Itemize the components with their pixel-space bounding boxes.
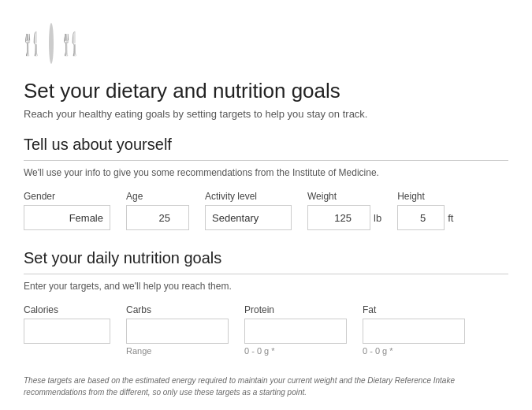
section2-heading: Set your daily nutrition goals [24,249,508,274]
age-group: Age [126,191,189,230]
gender-input[interactable] [24,205,110,230]
fat-input[interactable] [363,319,465,344]
page-subtitle: Reach your healthy eating goals by setti… [24,108,508,120]
plate-icon [49,23,54,64]
weight-group: Weight lb [307,191,381,230]
activity-select[interactable]: Sedentary Lightly Active Moderately Acti… [205,205,292,230]
calories-group: Calories [24,304,110,344]
fat-range-hint: 0 - 0 g * [363,346,465,356]
height-label: Height [397,191,445,202]
height-group: Height ft [397,191,453,230]
personal-info-form: Gender Age Activity level Sedentary Ligh… [24,191,508,230]
section1-heading: Tell us about yourself [24,136,508,161]
protein-group: Protein 0 - 0 g * [244,304,347,356]
weight-label: Weight [307,191,370,202]
protein-input[interactable] [244,319,347,344]
gender-group: Gender [24,191,110,230]
app-icon: 🍴 🍴 [24,16,508,71]
weight-unit: lb [374,212,381,230]
weight-inner: Weight [307,191,370,230]
calories-input[interactable] [24,319,110,344]
height-unit: ft [448,212,453,230]
knife-icon: 🍴 [57,31,84,57]
height-inner: Height [397,191,445,230]
carbs-label: Carbs [126,304,229,315]
protein-range-hint: 0 - 0 g * [244,346,347,356]
height-input[interactable] [397,205,445,230]
age-label: Age [126,191,189,202]
nutrition-form-row: Calories Carbs Range Protein 0 - 0 g * F… [24,304,508,356]
fat-label: Fat [363,304,465,315]
gender-label: Gender [24,191,110,202]
calories-label: Calories [24,304,110,315]
carbs-group: Carbs Range [126,304,229,356]
activity-label: Activity level [205,191,292,202]
page-title: Set your dietary and nutrition goals [24,79,508,103]
nutrition-section: Set your daily nutrition goals Enter you… [24,249,508,356]
fat-group: Fat 0 - 0 g * [363,304,465,356]
footnote: These targets are based on the estimated… [24,375,508,398]
fork-icon: 🍴 [18,31,46,57]
section1-description: We'll use your info to give you some rec… [24,167,508,178]
section2-description: Enter your targets, and we'll help you r… [24,281,508,292]
carbs-range-hint: Range [126,346,229,356]
age-input[interactable] [126,205,189,230]
weight-input[interactable] [307,205,370,230]
protein-label: Protein [244,304,347,315]
activity-group: Activity level Sedentary Lightly Active … [205,191,292,230]
carbs-input[interactable] [126,319,229,344]
